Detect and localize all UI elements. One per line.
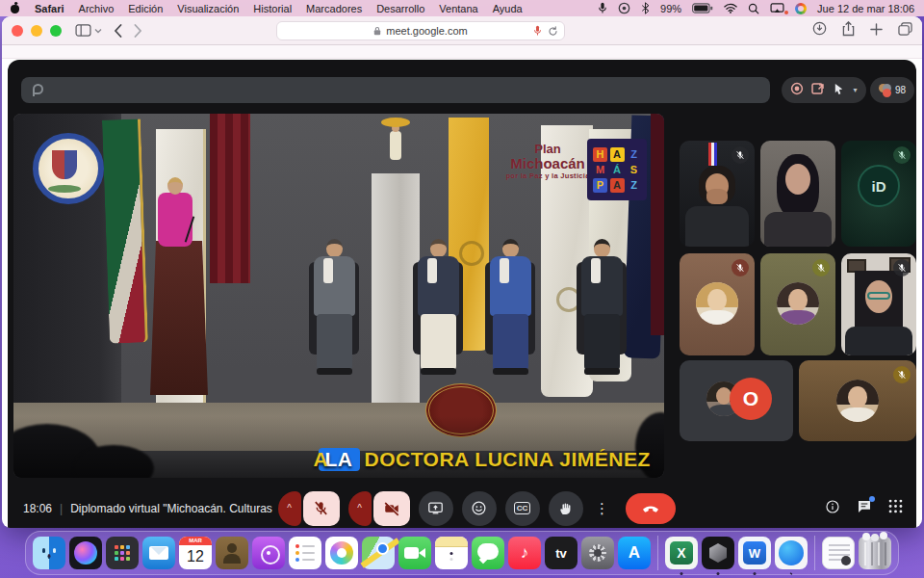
dock-divider xyxy=(657,536,658,570)
back-button[interactable] xyxy=(114,24,122,38)
sidebar-toggle-icon[interactable] xyxy=(75,24,102,37)
safari-toolbar: meet.google.com xyxy=(2,16,922,45)
camera-control: ^ xyxy=(348,491,410,526)
dock-photos-icon[interactable] xyxy=(325,537,358,569)
meeting-details-icon[interactable] xyxy=(825,499,840,518)
cc-label: CC xyxy=(514,502,531,514)
plan-line1: Plan xyxy=(500,143,596,156)
dock-system-settings-icon[interactable] xyxy=(581,537,614,569)
forward-button[interactable] xyxy=(134,24,142,38)
meet-right-controls xyxy=(825,499,903,518)
present-screen-button[interactable] xyxy=(419,491,453,526)
menubar-item-archivo[interactable]: Archivo xyxy=(79,3,115,14)
camera-options-button[interactable]: ^ xyxy=(348,491,372,526)
chat-icon[interactable] xyxy=(857,499,872,518)
captions-button[interactable]: CC xyxy=(505,491,540,526)
macos-menubar: Safari Archivo Edición Visualización His… xyxy=(0,0,924,16)
caption-text: DOCTORA LUCINA JIMÉNEZ xyxy=(365,448,651,471)
window-controls xyxy=(12,25,62,37)
wifi-icon[interactable] xyxy=(724,3,737,13)
zoom-window-button[interactable] xyxy=(50,25,62,37)
reactions-button[interactable] xyxy=(462,491,497,526)
dock-launchpad-icon[interactable] xyxy=(106,537,139,569)
apple-menu-icon[interactable] xyxy=(10,3,20,13)
menubar-app-name[interactable]: Safari xyxy=(35,3,64,14)
meet-topbar-icon xyxy=(31,84,40,96)
more-options-button[interactable]: ⋮ xyxy=(592,491,613,526)
notification-dot xyxy=(784,11,788,14)
dock-finder-icon[interactable] xyxy=(33,537,65,569)
dock-mail-icon[interactable] xyxy=(142,537,175,569)
mic-off-icon xyxy=(893,366,911,383)
participant-tile-7[interactable]: O xyxy=(680,360,793,441)
dock-maps-icon[interactable] xyxy=(362,537,395,569)
dock-word-icon[interactable]: W xyxy=(738,537,771,569)
safari-window: meet.google.com ▾ 98 xyxy=(2,16,922,528)
dock-reminders-icon[interactable] xyxy=(289,537,321,569)
participants-pill[interactable]: 98 xyxy=(870,77,914,103)
dock-appletv-icon[interactable]: tv xyxy=(545,537,578,569)
minimize-window-button[interactable] xyxy=(31,25,42,37)
dock-facetime-icon[interactable] xyxy=(398,537,431,569)
mic-options-button[interactable]: ^ xyxy=(278,491,301,526)
creative-cloud-icon[interactable] xyxy=(618,2,630,14)
address-bar[interactable]: meet.google.com xyxy=(276,21,565,40)
participant-tile-4[interactable] xyxy=(680,253,755,355)
seated-person-4 xyxy=(573,239,630,407)
reload-icon[interactable] xyxy=(548,26,558,37)
tab-overview-icon[interactable] xyxy=(898,22,912,39)
participant-tile-5[interactable] xyxy=(760,253,835,355)
menubar-item-desarrollo[interactable]: Desarrollo xyxy=(376,3,424,14)
pointer-icon[interactable] xyxy=(833,82,845,99)
menubar-item-ayuda[interactable]: Ayuda xyxy=(493,3,523,14)
podium xyxy=(150,241,208,395)
menubar-item-edicion[interactable]: Edición xyxy=(128,3,163,14)
dock-music-icon[interactable]: ♪ xyxy=(508,537,541,569)
participant-tile-6[interactable] xyxy=(841,253,916,355)
dock-notes-icon[interactable] xyxy=(435,537,468,569)
menubar-item-marcadores[interactable]: Marcadores xyxy=(306,3,362,14)
activities-icon[interactable] xyxy=(888,499,903,517)
participant-tile-3[interactable]: iD xyxy=(841,141,916,247)
present-tab-icon[interactable] xyxy=(811,82,825,99)
close-window-button[interactable] xyxy=(12,25,23,37)
page-mic-icon[interactable] xyxy=(533,25,542,37)
dock-trash-icon[interactable] xyxy=(859,537,891,569)
recording-icon[interactable] xyxy=(790,82,804,99)
mic-muted-button[interactable] xyxy=(303,491,340,526)
menubar-item-ventana[interactable]: Ventana xyxy=(439,3,477,14)
chevron-down-icon[interactable]: ▾ xyxy=(853,86,857,94)
meet-top-bar[interactable] xyxy=(21,77,770,103)
spotlight-search-icon[interactable] xyxy=(748,3,759,14)
participant-tile-8[interactable] xyxy=(799,360,916,441)
dock-contacts-icon[interactable] xyxy=(216,537,248,569)
participant-count: 98 xyxy=(895,85,906,95)
share-icon[interactable] xyxy=(842,21,855,40)
participant-tile-2[interactable] xyxy=(760,141,835,247)
screen-mirroring-icon[interactable] xyxy=(770,3,784,13)
dock-siri-icon[interactable] xyxy=(69,537,102,569)
plan-line3: por la Paz y la Justicia xyxy=(500,172,596,180)
dock-calendar-icon[interactable]: MAR 12 xyxy=(179,537,212,569)
battery-icon[interactable] xyxy=(692,3,713,13)
dock-appstore-icon[interactable]: A xyxy=(618,537,651,569)
dock-safari-icon[interactable] xyxy=(775,537,808,569)
raise-hand-button[interactable] xyxy=(549,491,583,526)
downloads-icon[interactable] xyxy=(812,21,827,39)
bluetooth-icon[interactable] xyxy=(641,2,650,14)
browser-orb-icon[interactable] xyxy=(795,3,807,14)
dock-messages-icon[interactable] xyxy=(472,537,504,569)
menubar-clock[interactable]: Jue 12 de mar 18:06 xyxy=(817,3,914,14)
menubar-item-historial[interactable]: Historial xyxy=(253,3,292,14)
participant-tile-1[interactable] xyxy=(680,141,755,247)
dock-downloads-document-icon[interactable] xyxy=(822,537,855,569)
main-stage-video[interactable]: Plan Michoacán por la Paz y la Justicia … xyxy=(13,114,664,478)
camera-off-button[interactable] xyxy=(373,491,410,526)
end-call-button[interactable] xyxy=(626,493,676,524)
dock-hexagon-app-icon[interactable] xyxy=(702,537,734,569)
menubar-item-visualizacion[interactable]: Visualización xyxy=(177,3,239,14)
dock-excel-icon[interactable]: X xyxy=(665,537,698,569)
new-tab-icon[interactable] xyxy=(870,22,883,39)
menubar-mic-icon[interactable] xyxy=(598,2,607,14)
dock-podcasts-icon[interactable] xyxy=(252,537,285,569)
